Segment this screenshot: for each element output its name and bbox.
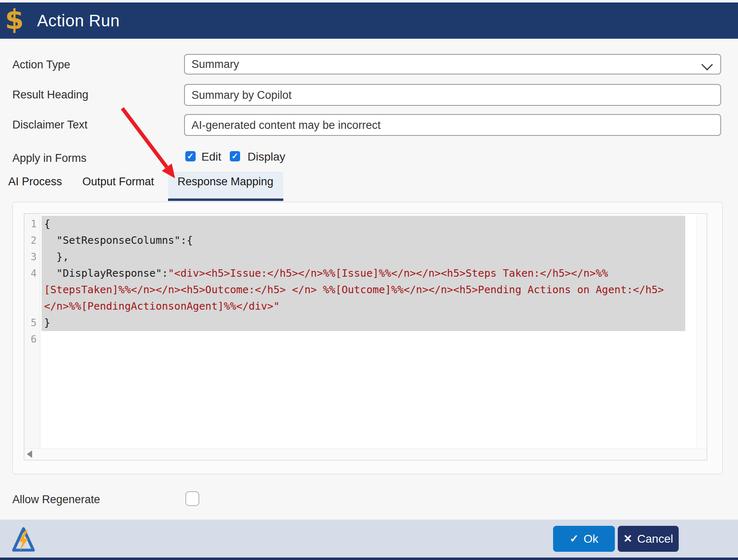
code-line: </n>%%[PendingActionsonAgent]%%</div>": [42, 298, 685, 315]
code-row: 2 "SetResponseColumns":{: [24, 232, 704, 249]
code-row: 1{: [24, 216, 704, 232]
code-row: </n>%%[PendingActionsonAgent]%%</div>": [24, 298, 704, 315]
check-icon: ✓: [570, 532, 579, 545]
line-number: 1: [24, 216, 37, 232]
code-row: 3 },: [24, 249, 704, 265]
code-row: [StepsTaken]%%</n></n><h5>Outcome:</h5> …: [24, 282, 704, 298]
code-editor[interactable]: 1{2 "SetResponseColumns":{3 },4 "Display…: [24, 213, 707, 460]
action-type-label: Action Type: [12, 58, 70, 71]
edit-checkbox[interactable]: ✓: [185, 151, 196, 161]
tab-ai-process[interactable]: AI Process: [8, 175, 62, 188]
code-line: },: [42, 249, 685, 265]
nitro-logo-icon: [12, 526, 35, 553]
line-number: 3: [24, 249, 37, 265]
code-line: "SetResponseColumns":{: [42, 232, 685, 249]
code-row: 4 "DisplayResponse":"<div><h5>Issue:</h5…: [24, 265, 704, 282]
dialog-header: $ Action Run: [0, 2, 738, 39]
action-type-select[interactable]: Summary: [184, 54, 721, 75]
dollar-icon: $: [5, 4, 24, 35]
display-checkbox-label: Display: [248, 150, 285, 163]
code-line: "DisplayResponse":"<div><h5>Issue:</h5><…: [42, 265, 685, 282]
disclaimer-value: AI-generated content may be incorrect: [192, 119, 381, 131]
dialog-title: Action Run: [37, 12, 120, 30]
allow-regenerate-label: Allow Regenerate: [12, 493, 100, 506]
scroll-left-arrow-icon[interactable]: [27, 450, 32, 458]
code-row: 6: [24, 331, 704, 348]
result-heading-label: Result Heading: [12, 89, 89, 101]
active-tab-underline: [168, 198, 283, 201]
code-line: [StepsTaken]%%</n></n><h5>Outcome:</h5> …: [42, 282, 685, 298]
display-checkbox[interactable]: ✓: [230, 151, 240, 161]
red-annotation-arrow: [115, 103, 183, 183]
code-row: 5}: [24, 315, 704, 331]
ok-button-label: Ok: [584, 532, 598, 546]
cancel-button-label: Cancel: [637, 532, 673, 546]
code-line: }: [42, 315, 685, 331]
apply-in-forms-label: Apply in Forms: [12, 152, 86, 165]
tab-response-mapping[interactable]: Response Mapping: [177, 175, 273, 188]
action-type-value: Summary: [192, 58, 239, 71]
allow-regenerate-checkbox[interactable]: [185, 491, 199, 506]
disclaimer-label: Disclaimer Text: [12, 119, 88, 131]
edit-checkbox-label: Edit: [201, 150, 221, 163]
line-number: 2: [24, 232, 37, 249]
result-heading-input[interactable]: Summary by Copilot: [184, 84, 721, 106]
line-number: 5: [24, 315, 37, 331]
x-icon: ✕: [624, 532, 633, 545]
chevron-down-icon: [701, 59, 713, 70]
line-number: 6: [24, 331, 37, 348]
code-line: {: [42, 216, 685, 232]
result-heading-value: Summary by Copilot: [192, 89, 292, 101]
horizontal-scrollbar[interactable]: [24, 448, 707, 460]
ok-button[interactable]: ✓ Ok: [553, 526, 615, 552]
disclaimer-input[interactable]: AI-generated content may be incorrect: [184, 114, 721, 136]
footer-bottom-edge: [0, 558, 738, 560]
line-number: 4: [24, 265, 37, 282]
cancel-button[interactable]: ✕ Cancel: [618, 526, 679, 552]
